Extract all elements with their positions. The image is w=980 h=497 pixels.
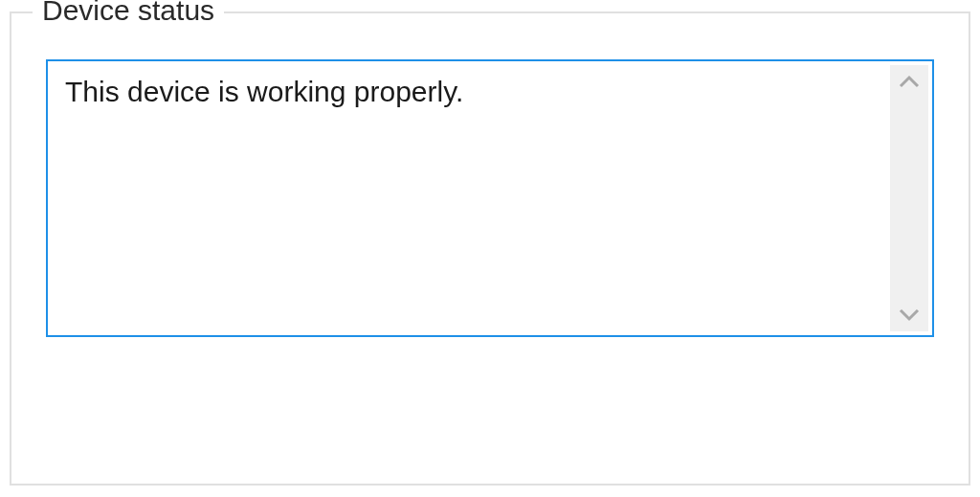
vertical-scrollbar[interactable] [890,65,928,331]
scroll-down-icon[interactable] [899,308,920,322]
device-status-groupbox: Device status This device is working pro… [10,11,970,486]
scroll-up-icon[interactable] [899,75,920,88]
device-status-text: This device is working properly. [48,61,890,335]
groupbox-title: Device status [33,0,224,27]
device-status-textbox[interactable]: This device is working properly. [46,59,934,337]
